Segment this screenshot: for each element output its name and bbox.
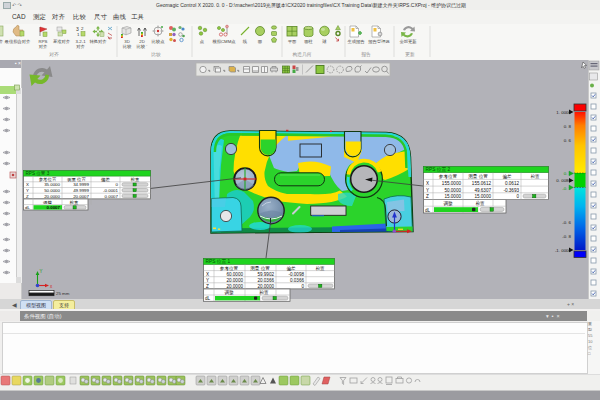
svg-text:60.0000: 60.0000 [226,272,243,277]
svg-text:对齐: 对齐 [49,51,59,57]
svg-text:15.0000: 15.0000 [444,194,461,199]
svg-text:全部更新: 全部更新 [399,39,417,44]
svg-text:50.0000: 50.0000 [444,188,461,193]
svg-text:圆: 圆 [258,39,262,44]
svg-text:检查: 检查 [259,290,269,295]
svg-text:球: 球 [322,39,327,44]
svg-text:报告管理器: 报告管理器 [367,39,390,44]
svg-text:0: 0 [301,284,304,289]
svg-text:15.0000: 15.0000 [474,194,491,199]
svg-text:X: X [26,182,29,187]
svg-text:点: 点 [200,39,205,44]
svg-text:49.6307: 49.6307 [474,188,491,193]
svg-text:35.0000: 35.0000 [44,182,60,187]
svg-text:-0.0098: -0.0098 [288,272,304,277]
svg-text:Z: Z [426,194,429,199]
svg-text:检查: 检查 [530,174,540,179]
svg-text:检查: 检查 [315,266,325,271]
svg-text:Y: Y [26,188,29,193]
svg-text:2: 2 [81,26,84,31]
svg-text:20.0007: 20.0007 [73,194,89,199]
svg-text:20.0366: 20.0366 [257,278,274,283]
svg-text:构造几何: 构造几何 [291,52,311,58]
svg-text:对齐: 对齐 [76,44,85,49]
svg-text:RPS 位置 3: RPS 位置 3 [26,171,50,176]
svg-text:59.9902: 59.9902 [257,272,274,277]
svg-text:Y: Y [426,188,429,193]
svg-text:检查: 检查 [70,200,79,205]
svg-text:检查: 检查 [131,177,140,182]
svg-text:0: 0 [516,194,519,199]
svg-text:-0. 8: -0. 8 [562,234,571,239]
svg-text:0. 8: 0. 8 [564,124,572,129]
svg-text:更新: 更新 [405,51,415,57]
svg-text:Z: Z [206,284,209,289]
svg-text:-0. 6: -0. 6 [562,220,571,225]
svg-text:RPS 位置 2: RPS 位置 2 [426,167,451,172]
svg-text:dL: dL [25,205,30,210]
svg-text:x: x [50,284,53,289]
svg-text:比较: 比较 [151,52,161,57]
svg-text:检查: 检查 [475,201,485,206]
svg-text:20.0000: 20.0000 [257,284,274,289]
svg-text:0.0007: 0.0007 [105,194,119,199]
svg-text:49.9999: 49.9999 [73,188,89,193]
svg-text:X: X [426,181,429,186]
svg-text:20.0000: 20.0000 [226,278,243,283]
svg-text:圆柱: 圆柱 [304,39,313,44]
svg-text:dL: dL [425,208,431,213]
svg-text:测量 位置: 测量 位置 [250,265,270,271]
svg-text:齐: 齐 [0,39,4,44]
svg-text:Y: Y [40,269,43,274]
svg-text:测量 位置: 测量 位置 [468,173,488,179]
svg-text:25 mm: 25 mm [56,291,70,296]
svg-text:0.0612: 0.0612 [505,181,519,186]
svg-text:20.0000: 20.0000 [226,284,243,289]
svg-text:RPS 位置 1: RPS 位置 1 [206,259,231,264]
svg-text:基准对齐: 基准对齐 [53,39,71,44]
svg-text:Z: Z [26,194,29,199]
svg-text:比较: 比较 [123,44,132,49]
svg-text:调整: 调整 [443,200,453,207]
svg-text:模拟CMM点: 模拟CMM点 [211,39,236,44]
svg-text:0.0007: 0.0007 [47,205,61,210]
svg-text:比较 ˙: 比较 ˙ [136,44,147,49]
svg-text:Y: Y [206,278,209,283]
svg-text:最佳拟合对齐: 最佳拟合对齐 [5,39,31,44]
svg-text:0. 6: 0. 6 [564,138,572,143]
svg-text:-0.3693: -0.3693 [503,188,519,193]
svg-text:155.0612: 155.0612 [472,181,492,186]
svg-text:dL: dL [205,296,211,301]
svg-text:155.0000: 155.0000 [442,181,462,186]
svg-text:参考位置: 参考位置 [39,177,57,182]
svg-text:报告: 报告 [361,51,371,58]
svg-text:转换对齐: 转换对齐 [89,39,107,44]
svg-text:0.0366: 0.0366 [290,278,304,283]
svg-text:50.0000: 50.0000 [44,188,60,193]
svg-text:-0.0001: -0.0001 [103,188,118,193]
svg-text:X: X [206,272,209,277]
svg-text:测量 位置: 测量 位置 [67,177,86,182]
svg-text:线: 线 [243,39,248,44]
svg-text:对齐: 对齐 [39,44,48,49]
svg-text:34.9999: 34.9999 [73,182,89,187]
svg-text:调整: 调整 [224,289,234,296]
svg-text:1: 1 [77,32,80,37]
svg-text:比较点: 比较点 [152,39,166,44]
svg-text:20.0000: 20.0000 [44,194,60,199]
svg-text:平面: 平面 [288,39,297,44]
svg-text:生成报告: 生成报告 [347,39,365,44]
